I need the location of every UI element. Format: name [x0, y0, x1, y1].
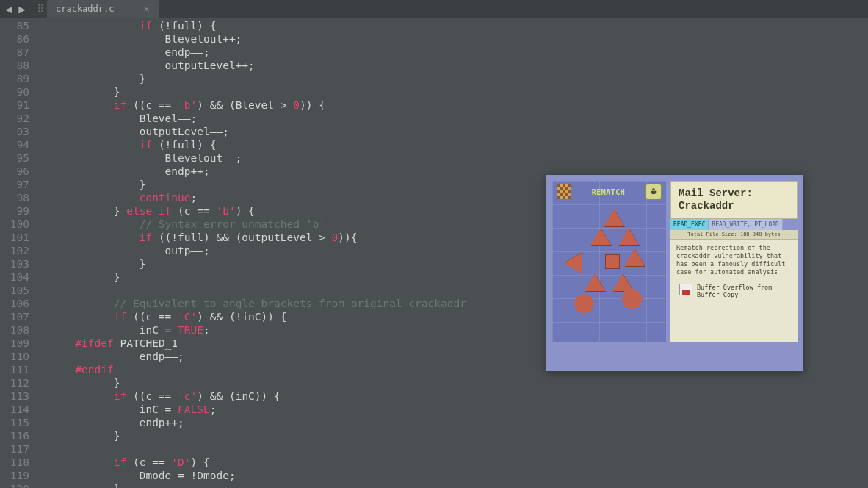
- line-number: 91: [0, 98, 29, 112]
- line-number: 102: [0, 244, 29, 257]
- line-number: 118: [0, 456, 29, 469]
- code-line: }: [37, 85, 868, 98]
- line-number: 101: [0, 231, 29, 244]
- code-line: if ((c == 'c') && (inC)) {: [37, 390, 868, 403]
- tab-filename: crackaddr.c: [56, 4, 114, 14]
- line-number-gutter: 8586878889909192939495969798991001011021…: [0, 18, 37, 488]
- code-line: if ((c == 'b') && (Blevel > 0)) {: [37, 98, 868, 112]
- vulnerability-row: Buffer Overflow from Buffer Copy: [676, 281, 792, 301]
- card-title-line1: Mail Server:: [679, 187, 789, 200]
- shape-cluster: [552, 203, 666, 342]
- line-number: 89: [0, 72, 29, 85]
- overflow-icon: [679, 284, 692, 295]
- code-line: }: [37, 72, 868, 85]
- line-number: 117: [0, 442, 29, 456]
- code-line: endp——;: [37, 46, 868, 59]
- line-number: 115: [0, 416, 29, 429]
- nav-back-icon[interactable]: ◀: [3, 3, 15, 15]
- nav-forward-icon[interactable]: ▶: [16, 3, 28, 15]
- code-line: outputLevel——;: [37, 125, 868, 138]
- line-number: 108: [0, 323, 29, 337]
- code-line: endp++;: [37, 416, 868, 429]
- card-description: Rematch recreation of the crackaddr vuln…: [670, 240, 798, 342]
- card-visual-panel: REMATCH: [552, 181, 666, 342]
- file-size-label: Total File Size: 188,848 bytes: [670, 230, 798, 240]
- code-line: Blevelout——;: [37, 151, 868, 165]
- code-line: }: [37, 376, 868, 390]
- line-number: 100: [0, 218, 29, 231]
- vulnerability-text: Buffer Overflow from Buffer Copy: [697, 284, 789, 298]
- code-line: }: [37, 429, 868, 442]
- line-number: 88: [0, 59, 29, 72]
- code-line: outputLevel++;: [37, 59, 868, 72]
- line-number: 113: [0, 390, 29, 403]
- mem-tab-read-exec[interactable]: READ_EXEC: [670, 219, 709, 230]
- close-icon[interactable]: ×: [143, 3, 149, 15]
- line-number: 119: [0, 469, 29, 482]
- line-number: 98: [0, 191, 29, 204]
- line-number: 112: [0, 376, 29, 390]
- code-line: if (c == 'D') {: [37, 456, 868, 469]
- line-number: 93: [0, 125, 29, 138]
- card-info-panel: Mail Server: Crackaddr READ_EXEC READ_WR…: [670, 181, 798, 342]
- line-number: 103: [0, 257, 29, 270]
- checkerboard-icon: [557, 184, 571, 199]
- card-title-line2: Crackaddr: [679, 200, 789, 212]
- line-number: 111: [0, 363, 29, 376]
- code-line: [37, 442, 868, 456]
- separator-icon: ⠿: [37, 3, 44, 15]
- line-number: 105: [0, 284, 29, 297]
- card-title: Mail Server: Crackaddr: [670, 181, 798, 219]
- mem-tab-read-write[interactable]: READ_WRITE, PT_LOAD: [709, 219, 783, 230]
- line-number: 106: [0, 297, 29, 310]
- line-number: 87: [0, 46, 29, 59]
- code-line: Blevelout++;: [37, 32, 868, 46]
- title-bar: ◀ ▶ ⠿ crackaddr.c ×: [0, 0, 868, 18]
- line-number: 86: [0, 32, 29, 46]
- code-line: if (!full) {: [37, 19, 868, 32]
- line-number: 114: [0, 403, 29, 416]
- line-number: 96: [0, 165, 29, 178]
- line-number: 107: [0, 310, 29, 323]
- line-number: 95: [0, 151, 29, 165]
- code-line: Blevel——;: [37, 112, 868, 125]
- file-tab[interactable]: crackaddr.c ×: [47, 0, 159, 18]
- line-number: 90: [0, 85, 29, 98]
- code-line: if (!full) {: [37, 138, 868, 151]
- line-number: 104: [0, 270, 29, 284]
- memory-tabs: READ_EXEC READ_WRITE, PT_LOAD: [670, 219, 798, 230]
- code-line: Dmode = !Dmode;: [37, 469, 868, 482]
- line-number: 109: [0, 337, 29, 350]
- line-number: 110: [0, 350, 29, 363]
- line-number: 116: [0, 429, 29, 442]
- line-number: 92: [0, 112, 29, 125]
- line-number: 94: [0, 138, 29, 151]
- line-number: 97: [0, 178, 29, 191]
- code-line: inC = FALSE;: [37, 403, 868, 416]
- line-number: 99: [0, 204, 29, 218]
- code-line: }: [37, 482, 868, 488]
- info-card[interactable]: REMATCH: [546, 175, 803, 371]
- editor-area: 8586878889909192939495969798991001011021…: [0, 18, 868, 488]
- description-text: Rematch recreation of the crackaddr vuln…: [676, 244, 792, 276]
- rematch-label: REMATCH: [579, 188, 638, 196]
- bug-icon[interactable]: [645, 184, 662, 200]
- nav-arrows: ◀ ▶: [3, 3, 28, 15]
- line-number: 120: [0, 482, 29, 488]
- line-number: 85: [0, 19, 29, 32]
